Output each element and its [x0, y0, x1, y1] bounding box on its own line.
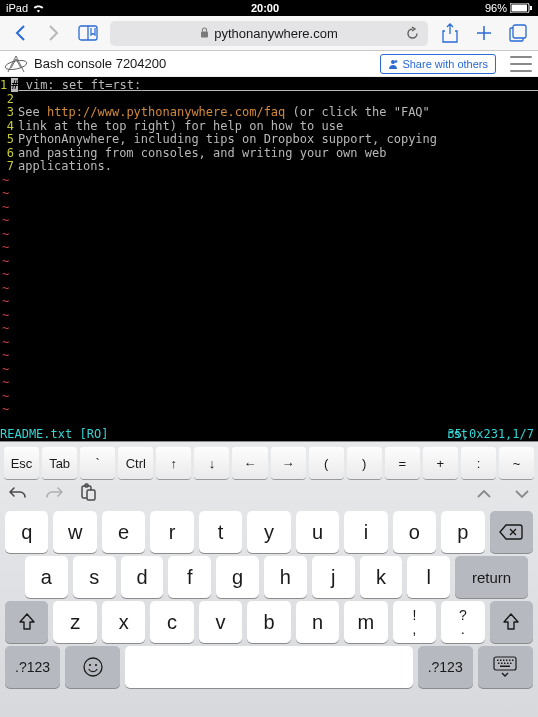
key-sym[interactable]: ↓ [194, 447, 229, 479]
key-r[interactable]: r [150, 511, 193, 553]
empty-line-tilde: ~ [0, 336, 538, 350]
terminal-line: 6and pasting from consoles, and writing … [0, 147, 538, 161]
terminal-line: 1# vim: set ft=rst: [0, 79, 538, 93]
key-s[interactable]: s [73, 556, 116, 598]
return-key[interactable]: return [455, 556, 528, 598]
redo-icon[interactable] [44, 485, 64, 503]
key-j[interactable]: j [312, 556, 355, 598]
key-sym[interactable]: ` [80, 447, 115, 479]
svg-point-15 [84, 658, 102, 676]
back-button[interactable] [8, 21, 32, 45]
share-button[interactable] [438, 21, 462, 45]
share-with-others-button[interactable]: Share with others [380, 54, 496, 74]
key-z[interactable]: z [53, 601, 96, 643]
key-d[interactable]: d [121, 556, 164, 598]
key-esc[interactable]: Esc [4, 447, 39, 479]
key-f[interactable]: f [168, 556, 211, 598]
empty-line-tilde: ~ [0, 228, 538, 242]
svg-point-17 [95, 664, 97, 666]
key-sym[interactable]: → [271, 447, 306, 479]
key-sym[interactable]: ( [309, 447, 344, 479]
shift-key[interactable] [490, 601, 533, 643]
key-e[interactable]: e [102, 511, 145, 553]
key-w[interactable]: w [53, 511, 96, 553]
menu-button[interactable] [510, 56, 532, 72]
key-sym[interactable]: ~ [499, 447, 534, 479]
empty-line-tilde: ~ [0, 295, 538, 309]
key-p[interactable]: p [441, 511, 484, 553]
battery-percent: 96% [485, 2, 507, 14]
backspace-key[interactable] [490, 511, 533, 553]
key-sym[interactable]: ← [232, 447, 267, 479]
url-bar[interactable]: pythonanywhere.com [110, 21, 428, 46]
key-sym[interactable]: ) [347, 447, 382, 479]
key-t[interactable]: t [199, 511, 242, 553]
key-a[interactable]: a [25, 556, 68, 598]
svg-rect-19 [497, 660, 499, 662]
empty-line-tilde: ~ [0, 309, 538, 323]
svg-rect-25 [498, 663, 500, 665]
ios-status-bar: iPad 20:00 96% [0, 0, 538, 16]
svg-rect-5 [201, 31, 208, 37]
numbers-key[interactable]: .?123 [418, 646, 473, 688]
key-k[interactable]: k [360, 556, 403, 598]
reload-button[interactable] [405, 26, 420, 41]
key-b[interactable]: b [247, 601, 290, 643]
url-text: pythonanywhere.com [214, 26, 338, 41]
key-g[interactable]: g [216, 556, 259, 598]
emoji-key[interactable] [65, 646, 120, 688]
terminal-line: 3See http://www.pythonanywhere.com/faq (… [0, 106, 538, 120]
key-o[interactable]: o [393, 511, 436, 553]
svg-point-11 [395, 60, 398, 63]
clock: 20:00 [45, 2, 485, 14]
key-i[interactable]: i [344, 511, 387, 553]
empty-line-tilde: ~ [0, 322, 538, 336]
key-sym[interactable]: + [423, 447, 458, 479]
tabs-button[interactable] [506, 21, 530, 45]
shift-key[interactable] [5, 601, 48, 643]
empty-line-tilde: ~ [0, 174, 538, 188]
dismiss-keyboard-key[interactable] [478, 646, 533, 688]
lock-icon [200, 27, 209, 40]
space-key[interactable] [125, 646, 412, 688]
terminal[interactable]: 1# vim: set ft=rst: 23See http://www.pyt… [0, 77, 538, 441]
empty-line-tilde: ~ [0, 363, 538, 377]
empty-line-tilde: ~ [0, 268, 538, 282]
chevron-up-icon[interactable] [476, 485, 492, 503]
key-sym[interactable]: : [461, 447, 496, 479]
numbers-key[interactable]: .?123 [5, 646, 60, 688]
safari-toolbar: pythonanywhere.com [0, 16, 538, 51]
key-v[interactable]: v [199, 601, 242, 643]
key-sym[interactable]: ↑ [156, 447, 191, 479]
terminal-line: 2 [0, 93, 538, 107]
undo-icon[interactable] [8, 485, 28, 503]
forward-button[interactable] [42, 21, 66, 45]
svg-rect-23 [509, 660, 511, 662]
key-m[interactable]: m [344, 601, 387, 643]
key-c[interactable]: c [150, 601, 193, 643]
chevron-down-icon[interactable] [514, 485, 530, 503]
key-l[interactable]: l [407, 556, 450, 598]
key-y[interactable]: y [247, 511, 290, 553]
key-u[interactable]: u [296, 511, 339, 553]
carrier-label: iPad [6, 2, 28, 14]
empty-line-tilde: ~ [0, 376, 538, 390]
key-h[interactable]: h [264, 556, 307, 598]
svg-point-10 [391, 60, 395, 64]
svg-rect-22 [506, 660, 508, 662]
key-punct[interactable]: !, [393, 601, 436, 643]
empty-line-tilde: ~ [0, 282, 538, 296]
svg-rect-20 [500, 660, 502, 662]
new-tab-button[interactable] [472, 21, 496, 45]
svg-rect-27 [504, 663, 506, 665]
key-ctrl[interactable]: Ctrl [118, 447, 153, 479]
vim-status-line: README.txt [RO] rst 35,0x23 1,1/7 [0, 428, 538, 441]
key-n[interactable]: n [296, 601, 339, 643]
key-sym[interactable]: = [385, 447, 420, 479]
key-tab[interactable]: Tab [42, 447, 77, 479]
paste-icon[interactable] [80, 483, 96, 505]
key-q[interactable]: q [5, 511, 48, 553]
bookmarks-button[interactable] [76, 21, 100, 45]
key-x[interactable]: x [102, 601, 145, 643]
key-punct[interactable]: ?. [441, 601, 484, 643]
